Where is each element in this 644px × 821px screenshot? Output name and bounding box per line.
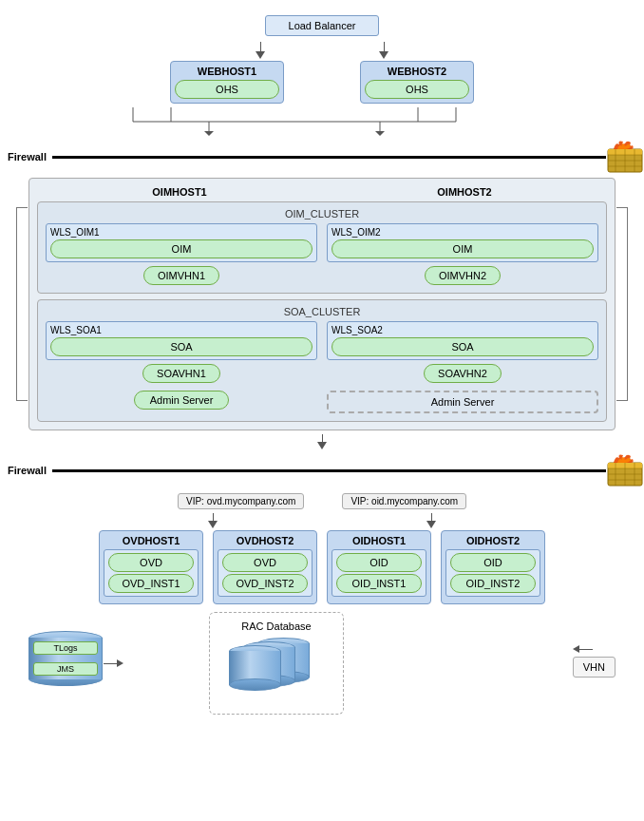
arrow-to-webhost1 xyxy=(256,42,265,59)
oidhost2-box: OIDHOST2 OID OID_INST2 xyxy=(441,530,545,604)
admin-servers-row: Admin Server Admin Server xyxy=(46,391,598,413)
svg-marker-8 xyxy=(375,131,385,136)
single-db-container: TLogs JMS xyxy=(28,631,103,686)
directory-hosts-row: OVDHOST1 OVD OVD_INST1 OVDHOST2 OVD OVD_… xyxy=(19,530,625,604)
wls-soa1-side: WLS_SOA1 SOA SOAVHN1 xyxy=(46,321,317,383)
load-balancer-box: Load Balancer xyxy=(265,15,380,36)
soavhn1-box: SOAVHN1 xyxy=(142,364,220,383)
cluster-to-fw2-arrow xyxy=(0,434,644,449)
webhost2-label: WEBHOST2 xyxy=(365,66,469,77)
oidhost1-inner: OID OID_INST1 xyxy=(331,549,426,597)
ovdhost1-inst: OVD_INST1 xyxy=(108,574,194,593)
arrow-to-ovd xyxy=(208,513,218,528)
wls-soa1-box: WLS_SOA1 SOA xyxy=(46,321,317,360)
oidhost2-inst: OID_INST2 xyxy=(450,574,536,593)
firewall-bottom: Firewall xyxy=(0,453,644,487)
jms-label: JMS xyxy=(33,662,98,676)
svg-marker-6 xyxy=(204,131,214,136)
single-db: TLogs JMS xyxy=(28,631,103,686)
firewall-top-line xyxy=(52,156,606,159)
oimhost2-label: OIMHOST2 xyxy=(437,186,491,198)
oimhost-labels-row: OIMHOST1 OIMHOST2 xyxy=(37,186,607,198)
admin-server-solid-box: Admin Server xyxy=(134,391,230,410)
oidhost1-oid: OID xyxy=(336,553,422,572)
firewall-top-icon xyxy=(606,140,644,174)
lb-arrows xyxy=(0,42,644,59)
wls-oim1-label: WLS_OIM1 xyxy=(50,227,313,238)
oimvhn2-box: OIMVHN2 xyxy=(425,266,501,285)
soa-cluster-box: SOA_CLUSTER WLS_SOA1 SOA SOAVHN1 xyxy=(37,299,607,422)
oimhost1-label: OIMHOST1 xyxy=(152,186,206,198)
vhn-container: VHN xyxy=(573,645,616,678)
wls-soa2-box: WLS_SOA2 SOA xyxy=(327,321,598,360)
arrow-down-to-fw2 xyxy=(317,434,327,449)
oimvhn1-box: OIMVHN1 xyxy=(143,266,219,285)
ovdhost2-label: OVDHOST2 xyxy=(218,535,313,546)
wls-oim2-label: WLS_OIM2 xyxy=(331,227,594,238)
rac-to-vhn-row xyxy=(573,645,616,653)
load-balancer-row: Load Balancer xyxy=(0,15,644,36)
ovdhost1-box: OVDHOST1 OVD OVD_INST1 xyxy=(99,530,203,604)
firewall-bottom-label: Firewall xyxy=(0,465,52,476)
rac-dashed-box: RAC Database xyxy=(209,612,344,715)
oidhost1-box: OIDHOST1 OID OID_INST1 xyxy=(327,530,431,604)
vhn-box: VHN xyxy=(573,657,616,678)
oidhost1-label: OIDHOST1 xyxy=(331,535,426,546)
wls-oim1-box: WLS_OIM1 OIM xyxy=(46,223,317,262)
arrow-to-webhost2 xyxy=(379,42,388,59)
left-bracket xyxy=(16,207,28,401)
arrow-to-oid xyxy=(426,513,436,528)
wls-soa2-side: WLS_SOA2 SOA SOAVHN2 xyxy=(327,321,598,383)
ovdhost1-inner: OVD OVD_INST1 xyxy=(104,549,199,597)
wls-oim2-side: WLS_OIM2 OIM OIMVHN2 xyxy=(327,223,598,285)
firewall-top-label: Firewall xyxy=(0,151,52,162)
wls-soa2-soa: SOA xyxy=(331,337,594,356)
soavhn2-box: SOAVHN2 xyxy=(424,364,502,383)
single-db-body: TLogs JMS xyxy=(28,638,103,679)
ovdhost2-inner: OVD OVD_INST2 xyxy=(218,549,313,597)
single-db-and-arrow: TLogs JMS xyxy=(28,631,103,686)
wls-soa1-label: WLS_SOA1 xyxy=(50,325,313,335)
webhost1-box: WEBHOST1 OHS xyxy=(170,61,284,104)
oim-hosts-outer: OIMHOST1 OIMHOST2 OIM_CLUSTER WLS_OIM1 O… xyxy=(28,178,616,430)
oim-outer-box: OIMHOST1 OIMHOST2 OIM_CLUSTER WLS_OIM1 O… xyxy=(28,178,616,430)
tlogs-label: TLogs xyxy=(33,641,98,655)
wls-oim1-side: WLS_OIM1 OIM OIMVHN1 xyxy=(46,223,317,285)
admin-server-solid-container: Admin Server xyxy=(46,391,317,413)
vip-ovd-box: VIP: ovd.mycompany.com xyxy=(178,493,304,509)
webhost-connectors xyxy=(57,107,587,136)
firewall-bottom-icon xyxy=(606,453,644,487)
webhost1-label: WEBHOST1 xyxy=(175,66,279,77)
oidhost2-inner: OID OID_INST2 xyxy=(445,549,540,597)
oidhost1-inst: OID_INST1 xyxy=(336,574,422,593)
admin-server-dashed-container: Admin Server xyxy=(327,391,598,413)
vip-oid-box: VIP: oid.mycompany.com xyxy=(342,493,466,509)
wls-oim1-oim: OIM xyxy=(50,239,313,258)
soa-cluster-content: WLS_SOA1 SOA SOAVHN1 WLS_SOA2 SOA xyxy=(46,321,598,383)
webhost2-box: WEBHOST2 OHS xyxy=(360,61,474,104)
webhost2-ohs: OHS xyxy=(365,80,469,99)
ovdhost1-label: OVDHOST1 xyxy=(104,535,199,546)
wls-oim2-box: WLS_OIM2 OIM xyxy=(327,223,598,262)
admin-server-dashed-box: Admin Server xyxy=(327,391,598,413)
firewall-top: Firewall xyxy=(0,140,644,174)
webhosts-row: WEBHOST1 OHS WEBHOST2 OHS xyxy=(0,61,644,104)
right-bracket xyxy=(616,207,628,401)
database-section: RAC Database xyxy=(19,612,625,715)
soa-cluster-label: SOA_CLUSTER xyxy=(46,306,598,317)
ovdhost1-ovd: OVD xyxy=(108,553,194,572)
oidhost2-label: OIDHOST2 xyxy=(445,535,540,546)
ovdhost2-inst: OVD_INST2 xyxy=(222,574,308,593)
wls-soa1-soa: SOA xyxy=(50,337,313,356)
firewall-bottom-line xyxy=(52,469,606,472)
ovdhost2-box: OVDHOST2 OVD OVD_INST2 xyxy=(213,530,317,604)
oidhost2-oid: OID xyxy=(450,553,536,572)
vip-arrows xyxy=(0,513,644,528)
oim-cluster-label: OIM_CLUSTER xyxy=(46,208,598,220)
rac-database-label: RAC Database xyxy=(229,621,324,632)
wls-oim2-oim: OIM xyxy=(331,239,594,258)
architecture-diagram: Load Balancer WEBHOST1 OHS WEBHOST2 OHS xyxy=(0,0,644,734)
webhost-arrow-area xyxy=(57,107,587,136)
vip-row: VIP: ovd.mycompany.com VIP: oid.mycompan… xyxy=(28,493,616,509)
rac-cylinders xyxy=(229,638,324,706)
